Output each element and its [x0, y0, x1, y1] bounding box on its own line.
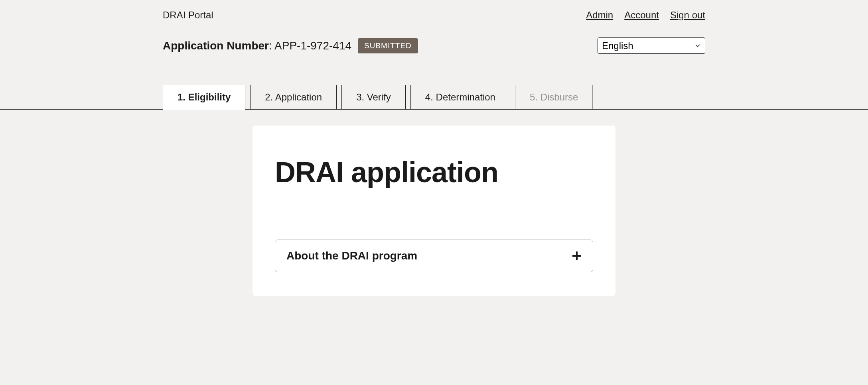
top-links: Admin Account Sign out: [586, 10, 705, 21]
accordion-header[interactable]: About the DRAI program: [275, 240, 593, 272]
top-bar: DRAI Portal Admin Account Sign out: [163, 0, 705, 21]
signout-link[interactable]: Sign out: [670, 10, 705, 21]
plus-icon: [572, 251, 582, 261]
application-number-label: Application Number: [163, 39, 269, 52]
tab-application[interactable]: 2. Application: [250, 85, 337, 109]
language-select[interactable]: English: [598, 37, 705, 54]
tab-determination[interactable]: 4. Determination: [410, 85, 510, 109]
tab-eligibility[interactable]: 1. Eligibility: [163, 85, 245, 110]
account-link[interactable]: Account: [624, 10, 659, 21]
accordion-title: About the DRAI program: [286, 249, 417, 262]
main-card: DRAI application About the DRAI program: [253, 126, 615, 296]
application-info: Application Number: APP-1-972-414 SUBMIT…: [163, 38, 418, 53]
portal-name: DRAI Portal: [163, 10, 213, 21]
tab-disburse: 5. Disburse: [515, 85, 593, 109]
tab-verify[interactable]: 3. Verify: [341, 85, 406, 109]
status-badge: SUBMITTED: [358, 38, 418, 53]
svg-rect-1: [572, 255, 581, 257]
accordion-about: About the DRAI program: [275, 240, 593, 272]
page-title: DRAI application: [275, 157, 593, 188]
application-number-value: APP-1-972-414: [274, 39, 351, 52]
application-row: Application Number: APP-1-972-414 SUBMIT…: [163, 37, 705, 54]
admin-link[interactable]: Admin: [586, 10, 613, 21]
tabs-nav: 1. Eligibility 2. Application 3. Verify …: [0, 85, 868, 110]
application-number: Application Number: APP-1-972-414: [163, 39, 351, 52]
